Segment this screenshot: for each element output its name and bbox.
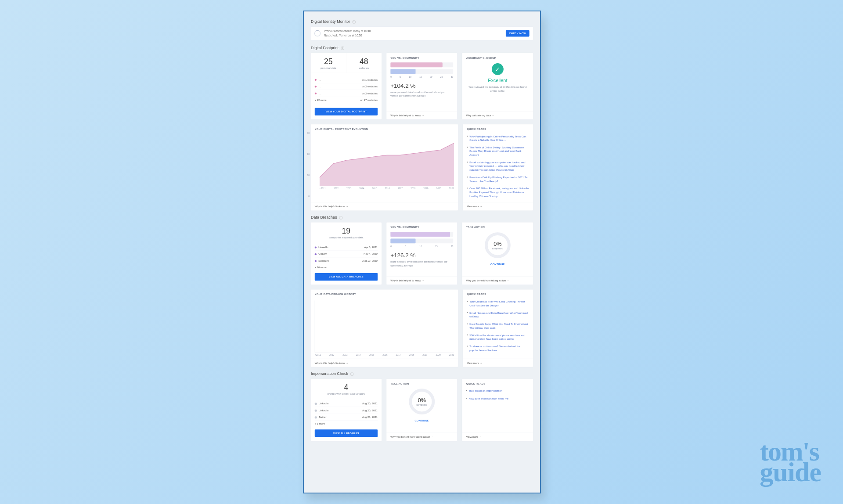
compare-pct: +104.2 %: [390, 82, 453, 89]
axis: 0 5 10 15 20 25 30: [390, 76, 453, 78]
card-title: TAKE ACTION: [462, 223, 533, 230]
page-title: Digital Identity Monitor i: [311, 19, 533, 24]
card-title: TAKE ACTION: [386, 379, 458, 387]
card-title: QUICK READS: [463, 124, 533, 132]
impersonation-count: 4: [312, 383, 381, 392]
view-breaches-button[interactable]: VIEW ALL DATA BREACHES: [315, 273, 378, 281]
card-link[interactable]: Why you benefit from taking action: [386, 433, 458, 441]
read-link[interactable]: Take action on impersonation: [466, 387, 529, 395]
progress-value: 0%: [494, 241, 501, 247]
section-impersonation-label: Impersonation Check: [311, 371, 348, 376]
read-link[interactable]: To share or not to share? Secrets behind…: [467, 343, 529, 354]
dot-icon: [315, 246, 317, 248]
card-title: YOUR DATA BREACH HISTORY: [311, 290, 458, 298]
x-axis: <201120122013201420152016201720182019202…: [315, 353, 454, 356]
breach-count-card: 19 companies exposed your data LinkedInA…: [310, 222, 382, 285]
accuracy-card: ACCURACY CHECKUP ✓ Excellent You reviewe…: [462, 53, 533, 119]
card-link[interactable]: Why is this helpful to know: [386, 277, 458, 285]
info-icon[interactable]: i: [341, 47, 344, 50]
read-link[interactable]: 500 Million Facebook users' phone number…: [467, 331, 529, 342]
progress-value: 0%: [418, 397, 426, 403]
check-now-button[interactable]: CHECK NOW: [506, 30, 530, 36]
card-link[interactable]: Why is this helpful to know: [311, 359, 458, 367]
list-item[interactable]: CitiDayNov 4, 2020: [315, 251, 378, 258]
view-profiles-button[interactable]: VIEW ALL PROFILES: [315, 429, 378, 437]
card-link[interactable]: Why you benefit from taking action: [462, 277, 533, 285]
continue-button[interactable]: CONTINUE: [386, 419, 458, 422]
progress-donut: 0% completed: [485, 232, 511, 258]
breach-compare-card: YOU VS. COMMUNITY 0 5 10 15 20 +126.2 % …: [386, 222, 458, 285]
progress-donut: 0% completed: [409, 389, 435, 414]
impersonation-reads-card: QUICK READS Take action on impersonation…: [462, 378, 533, 441]
dot-icon: [315, 260, 317, 262]
list-item[interactable]: …on 1 websites: [315, 76, 378, 83]
list-item[interactable]: LinkedInApr 8, 2021: [315, 244, 378, 251]
read-link[interactable]: Fraudsters Bulk Up Phishing Expertise fo…: [467, 174, 529, 185]
section-impersonation-title: Impersonation Check i: [311, 371, 533, 376]
footprint-compare-card: YOU VS. COMMUNITY 0 5 10 15 20 25 30 +10…: [386, 53, 458, 119]
read-link[interactable]: Your Credential Filler Will Keep Growing…: [467, 298, 529, 309]
read-link[interactable]: Data Breach Saga: What You Need To Know …: [467, 320, 529, 331]
list-more[interactable]: + 1 more: [315, 421, 378, 425]
view-footprint-button[interactable]: VIEW YOUR DIGITAL FOOTPRINT: [315, 108, 378, 115]
websites-count: 48: [347, 57, 381, 66]
bar-you: [390, 232, 453, 237]
list-item[interactable]: LinkedInAug 20, 2021: [315, 407, 378, 414]
dot-icon: [315, 416, 317, 418]
read-link[interactable]: Why Participating In Online Personality …: [467, 133, 529, 144]
progress-label: completed: [416, 403, 427, 406]
list-item[interactable]: TwitterAug 20, 2021: [315, 414, 378, 421]
card-link[interactable]: Why is this helpful to know: [311, 202, 458, 211]
dot-icon: [315, 86, 317, 87]
scan-status-text: Previous check ended: Today at 10:48 Nex…: [324, 29, 502, 37]
info-icon[interactable]: i: [339, 216, 342, 220]
list-more[interactable]: + 22 moreon 27 websites: [315, 97, 378, 103]
read-link[interactable]: Over 200 Million Facebook, Instagram and…: [467, 185, 529, 200]
compare-sub: more personal data found on the web abou…: [390, 90, 453, 98]
impersonation-action-card: TAKE ACTION 0% completed CONTINUE Why yo…: [386, 378, 458, 441]
footprint-list: …on 1 websites …on 2 websites …on 2 webs…: [311, 73, 382, 105]
breach-count-label: companies exposed your data: [312, 236, 381, 239]
svg-marker-0: [320, 143, 454, 186]
page-title-text: Digital Identity Monitor: [311, 19, 350, 24]
bar-you: [390, 62, 453, 67]
impersonation-count-label: profiles with similar data to yours: [312, 392, 381, 396]
area-chart: [320, 134, 454, 186]
y-axis: 30 20 10 0: [306, 132, 310, 198]
axis: 0 5 10 15 20: [390, 245, 453, 248]
info-icon[interactable]: i: [352, 20, 356, 24]
card-link[interactable]: Why validate my data: [462, 111, 533, 119]
compare-pct: +126.2 %: [390, 252, 453, 259]
watermark-line2: guide: [760, 462, 821, 482]
list-item[interactable]: SomeoneAug 19, 2020: [315, 257, 378, 264]
section-breaches-title: Data Breaches i: [311, 215, 533, 220]
info-icon[interactable]: i: [350, 372, 354, 376]
dot-icon: [315, 93, 317, 94]
spinner-icon: [314, 30, 321, 36]
scan-prev: Previous check ended: Today at 10:48: [324, 29, 502, 33]
card-link[interactable]: View more: [463, 202, 533, 211]
read-link[interactable]: Email Hoaxes and Data Breaches: What You…: [467, 309, 529, 320]
read-link[interactable]: How does impersonation affect me: [466, 395, 529, 402]
card-link[interactable]: View more: [462, 433, 533, 441]
card-link[interactable]: Why is this helpful to know: [386, 111, 458, 119]
read-link[interactable]: The Perils of Online Dating: Spotting Sc…: [467, 144, 529, 159]
list-item[interactable]: …on 2 websites: [315, 83, 378, 90]
dot-icon: [315, 403, 317, 405]
continue-button[interactable]: CONTINUE: [462, 263, 533, 266]
dashboard-panel: Digital Identity Monitor i Previous chec…: [303, 11, 541, 493]
dot-icon: [315, 253, 317, 255]
evolution-card: YOUR DIGITAL FOOTPRINT EVOLUTION 30 20 1…: [310, 124, 458, 211]
read-link[interactable]: Email is claiming your computer was hack…: [467, 159, 529, 174]
progress-label: completed: [492, 247, 503, 250]
list-item[interactable]: LinkedInAug 20, 2021: [315, 400, 378, 407]
bar-chart: [315, 301, 454, 353]
section-breaches-label: Data Breaches: [311, 215, 337, 220]
list-more[interactable]: + 16 more: [315, 264, 378, 269]
breach-reads-card: QUICK READS Your Credential Filler Will …: [463, 289, 533, 367]
card-link[interactable]: View more: [463, 359, 533, 367]
accuracy-status: Excellent: [462, 78, 533, 83]
list-item[interactable]: …on 2 websites: [315, 90, 378, 97]
card-title: YOU VS. COMMUNITY: [386, 223, 458, 230]
section-footprint-label: Digital Footprint: [311, 46, 339, 50]
